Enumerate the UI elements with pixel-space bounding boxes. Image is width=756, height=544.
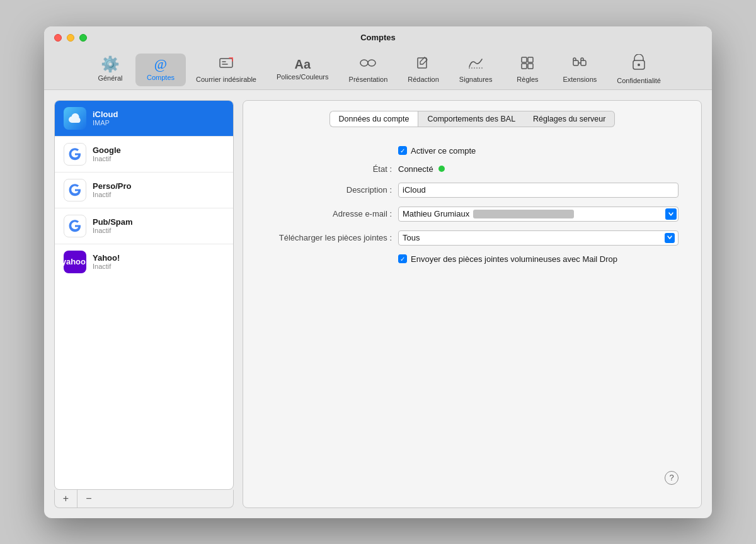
toolbar-label-presentation: Présentation [349,76,388,83]
toolbar-label-comptes: Comptes [147,74,175,81]
svg-rect-9 [522,57,527,62]
at-icon: @ [154,57,167,71]
description-value [398,183,679,198]
account-info-persopro: Perso/Pro Inactif [93,181,131,198]
remove-account-button[interactable]: − [77,490,100,507]
main-window: Comptes ⚙️ Général @ Comptes [44,26,712,518]
google-icon-3 [64,215,86,237]
yahoo-icon: yahoo! [64,251,86,273]
account-status-icloud: IMAP [93,119,118,127]
toolbar-label-regles: Règles [517,76,538,83]
toolbar-label-general: Général [98,74,122,82]
toolbar-item-courrier[interactable]: Courrier indésirable [186,52,266,88]
account-item-google[interactable]: Google Inactif [55,137,233,173]
account-status-pubspam: Inactif [93,227,133,234]
svg-point-16 [638,64,640,66]
account-info-pubspam: Pub/Spam Inactif [93,217,133,234]
toolbar-label-confidentialite: Confidentialité [617,77,661,84]
help-button[interactable]: ? [665,471,679,485]
state-text: Connecté [398,164,433,174]
account-status-yahoo: Inactif [93,263,120,270]
email-dropdown-arrow[interactable] [665,208,677,220]
svg-rect-13 [573,60,578,65]
account-item-icloud[interactable]: iCloud IMAP [55,101,233,137]
email-name: Mathieu Grumiaux [403,209,469,218]
account-name-yahoo: Yahoo! [93,253,120,263]
maildrop-label-text: Envoyer des pièces jointes volumineuses … [411,254,617,264]
title-bar: Comptes ⚙️ Général @ Comptes [44,26,712,90]
activate-label-text: Activer ce compte [411,146,476,156]
account-name-persopro: Perso/Pro [93,181,131,191]
attachments-select[interactable]: Tous [398,230,679,246]
tab-donnees[interactable]: Données du compte [329,111,418,127]
toolbar-item-confidentialite[interactable]: Confidentialité [607,50,671,89]
account-name-google: Google [93,145,121,155]
toolbar-label-courrier: Courrier indésirable [196,76,256,83]
form-area: ✓ Activer ce compte État : Connecté Desc… [253,140,691,270]
maildrop-checkbox[interactable]: ✓ [398,254,407,263]
state-row: État : Connecté [266,164,679,174]
maildrop-checkbox-label[interactable]: ✓ Envoyer des pièces jointes volumineuse… [398,254,617,264]
attachments-row: Télécharger les pièces jointes : Tous [266,230,679,246]
window-title: Comptes [360,33,396,42]
tab-comportements[interactable]: Comportements des BAL [418,111,524,127]
description-input[interactable] [398,183,679,198]
svg-point-6 [368,60,375,66]
icloud-icon [64,107,86,130]
activate-row: ✓ Activer ce compte [266,146,679,156]
main-content: iCloud IMAP Google Inactif [44,90,712,518]
activate-checkbox[interactable]: ✓ [398,146,407,155]
state-label: État : [266,164,398,174]
toolbar-item-redaction[interactable]: Rédaction [398,52,449,88]
redaction-icon [416,55,431,73]
spam-icon [219,55,234,73]
state-value: Connecté [398,164,679,174]
account-item-yahoo[interactable]: yahoo! Yahoo! Inactif [55,244,233,280]
toolbar-label-extensions: Extensions [563,76,597,83]
svg-rect-12 [528,64,533,69]
account-status-google: Inactif [93,155,121,162]
account-item-pubspam[interactable]: Pub/Spam Inactif [55,208,233,244]
add-account-button[interactable]: + [55,490,77,507]
content-panel: Données du compte Comportements des BAL … [243,100,702,508]
svg-rect-0 [220,59,232,67]
sidebar: iCloud IMAP Google Inactif [54,100,234,508]
rules-icon [520,55,535,73]
account-item-persopro[interactable]: Perso/Pro Inactif [55,173,233,208]
attachments-select-wrapper: Tous [398,230,679,246]
account-info-icloud: iCloud IMAP [93,110,118,127]
tabs: Données du compte Comportements des BAL … [253,111,691,127]
toolbar: ⚙️ Général @ Comptes [54,48,702,89]
toolbar-item-presentation[interactable]: Présentation [339,52,398,88]
accounts-list: iCloud IMAP Google Inactif [54,100,234,490]
toolbar-item-comptes[interactable]: @ Comptes [135,54,186,86]
toolbar-label-signatures: Signatures [459,76,493,83]
maximize-button[interactable] [79,34,87,42]
tab-reglages[interactable]: Réglages du serveur [524,111,615,127]
toolbar-item-general[interactable]: ⚙️ Général [85,53,135,87]
toolbar-item-regles[interactable]: Règles [502,52,553,88]
maildrop-row: ✓ Envoyer des pièces jointes volumineuse… [266,254,679,264]
toolbar-item-polices[interactable]: Aa Polices/Couleurs [266,54,339,86]
extensions-icon [571,55,588,73]
toolbar-label-polices: Polices/Couleurs [277,73,329,81]
account-status-persopro: Inactif [93,191,131,198]
signature-icon [467,55,484,73]
email-value: Mathieu Grumiaux [398,207,679,222]
google-icon [64,143,86,166]
status-dot [438,166,445,172]
email-label: Adresse e-mail : [266,209,398,218]
account-info-yahoo: Yahoo! Inactif [93,253,120,270]
email-row: Adresse e-mail : Mathieu Grumiaux [266,207,679,222]
activate-checkbox-label[interactable]: ✓ Activer ce compte [398,146,476,156]
description-row: Description : [266,183,679,198]
minimize-button[interactable] [67,34,74,42]
close-button[interactable] [54,34,62,42]
google-icon-2 [64,179,86,201]
privacy-icon [631,54,646,74]
toolbar-item-extensions[interactable]: Extensions [553,52,607,88]
toolbar-item-signatures[interactable]: Signatures [449,52,503,88]
svg-point-5 [360,60,368,66]
description-label: Description : [266,185,398,195]
attachments-label: Télécharger les pièces jointes : [266,233,398,242]
